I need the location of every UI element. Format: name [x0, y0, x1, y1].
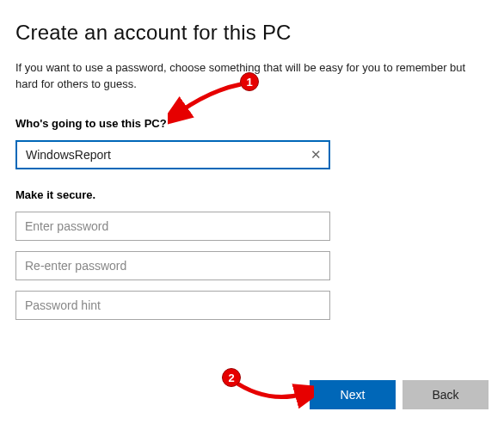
clear-username-button[interactable]: ✕ — [303, 142, 329, 168]
username-input[interactable] — [17, 142, 303, 168]
back-button[interactable]: Back — [403, 380, 489, 409]
button-row: Next Back — [310, 380, 489, 409]
close-icon: ✕ — [310, 147, 322, 163]
password-input[interactable] — [15, 212, 330, 241]
next-button[interactable]: Next — [310, 380, 396, 409]
page-title: Create an account for this PC — [15, 21, 489, 45]
username-input-wrap: ✕ — [15, 140, 330, 169]
confirm-password-input[interactable] — [15, 251, 330, 280]
secure-label: Make it secure. — [15, 188, 489, 201]
annotation-badge-2: 2 — [222, 368, 241, 387]
page-subtitle: If you want to use a password, choose so… — [15, 60, 480, 93]
arrow-icon — [219, 370, 314, 413]
password-hint-input[interactable] — [15, 291, 330, 320]
username-label: Who's going to use this PC? — [15, 117, 489, 130]
